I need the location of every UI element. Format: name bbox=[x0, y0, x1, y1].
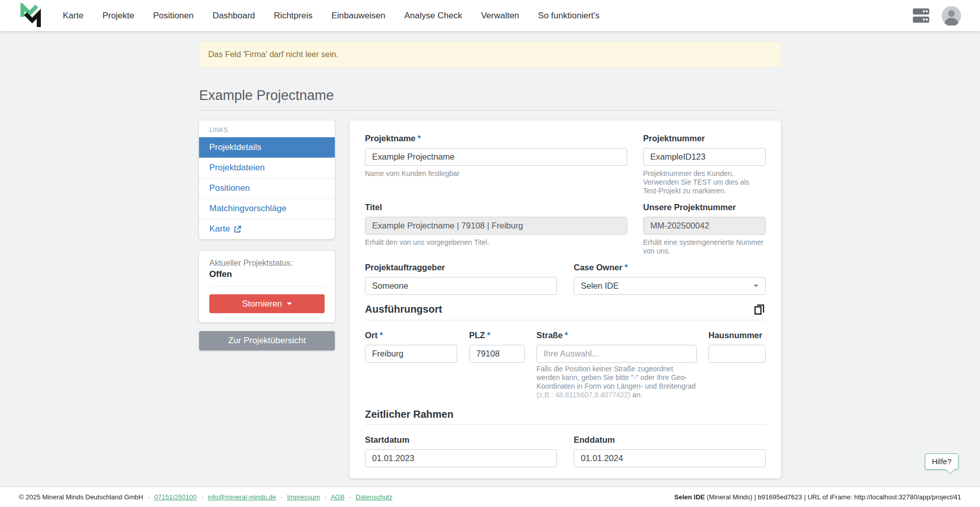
footer-link-agb[interactable]: AGB bbox=[331, 493, 345, 501]
titel-field: Titel Erhält den von uns vorgegebenen Ti… bbox=[365, 202, 627, 256]
projektauftraggeber-label: Projektauftraggeber bbox=[365, 263, 557, 272]
nav-item-verwalten[interactable]: Verwalten bbox=[481, 11, 519, 21]
plz-label: PLZ* bbox=[469, 331, 525, 340]
ausfuehrungsort-heading: Ausführungsort bbox=[365, 303, 442, 315]
nav-item-analyse-check[interactable]: Analyse Check bbox=[404, 11, 462, 21]
unsere-projektnummer-label: Unsere Projektnummer bbox=[643, 202, 766, 212]
nav-item-positionen[interactable]: Positionen bbox=[153, 11, 193, 21]
page-content: Das Feld 'Firma' darf nicht leer sein. E… bbox=[0, 31, 980, 487]
sidebar-item-positionen[interactable]: Positionen bbox=[199, 178, 335, 198]
projektnummer-input[interactable] bbox=[643, 148, 766, 166]
nav-item-projekte[interactable]: Projekte bbox=[103, 11, 134, 21]
navbar-right bbox=[913, 6, 961, 26]
zeitlicher-rahmen-divider bbox=[365, 424, 766, 425]
copy-address-button[interactable] bbox=[753, 303, 766, 316]
page-title: Example Projectname bbox=[199, 88, 781, 104]
titel-label: Titel bbox=[365, 202, 627, 212]
session-details: (Mineral Minds) | b91695ed7623 | URL of … bbox=[705, 493, 961, 501]
top-navbar: Karte Projekte Positionen Dashboard Rich… bbox=[0, 0, 980, 31]
nav-item-einbauweisen[interactable]: Einbauweisen bbox=[331, 11, 385, 21]
startdatum-input[interactable] bbox=[365, 449, 557, 467]
hausnummer-input[interactable] bbox=[708, 345, 766, 363]
required-asterisk: * bbox=[418, 134, 421, 143]
copyright-text: © 2025 Mineral Minds Deutschland GmbH bbox=[19, 493, 143, 501]
required-asterisk: * bbox=[487, 331, 490, 340]
nav-item-dashboard[interactable]: Dashboard bbox=[212, 11, 255, 21]
session-user: Selen IDE bbox=[674, 493, 705, 501]
sidebar-item-karte[interactable]: Karte bbox=[199, 219, 335, 239]
nav-item-richtpreis[interactable]: Richtpreis bbox=[274, 11, 313, 21]
sidebar-item-label: Projektdetails bbox=[209, 142, 261, 153]
startdatum-label: Startdatum bbox=[365, 435, 557, 445]
ort-input[interactable] bbox=[365, 345, 457, 363]
startdatum-field: Startdatum bbox=[365, 435, 557, 467]
case-owner-field: Case Owner* Selen IDE bbox=[574, 263, 766, 295]
sidebar-item-projektdetails[interactable]: Projektdetails bbox=[199, 137, 335, 158]
footer: © 2025 Mineral Minds Deutschland GmbH · … bbox=[0, 487, 980, 507]
sidebar-item-label: Positionen bbox=[209, 183, 250, 193]
ort-field: Ort* bbox=[365, 331, 457, 363]
billing-terminal-icon[interactable] bbox=[913, 8, 929, 23]
status-value: Offen bbox=[209, 269, 325, 280]
copy-icon bbox=[753, 303, 766, 316]
account-avatar-icon[interactable] bbox=[942, 6, 961, 26]
cancel-project-button[interactable]: Stornieren bbox=[209, 294, 325, 313]
enddatum-label: Enddatum bbox=[574, 435, 766, 445]
nav-item-so-funktionierts[interactable]: So funktioniert's bbox=[538, 11, 599, 21]
hausnummer-field: Hausnummer bbox=[708, 331, 766, 363]
footer-link-phone[interactable]: 07151/250100 bbox=[154, 493, 197, 501]
main-menu: Karte Projekte Positionen Dashboard Rich… bbox=[63, 11, 600, 21]
caret-down-icon bbox=[753, 285, 758, 287]
project-details-form: Projektname* Name vom Kunden festlegbar … bbox=[350, 120, 781, 478]
project-overview-button[interactable]: Zur Projektübersicht bbox=[199, 331, 335, 350]
caret-down-icon bbox=[287, 302, 292, 305]
footer-link-email[interactable]: info@mineral-minds.de bbox=[208, 493, 276, 501]
case-owner-selected-value: Selen IDE bbox=[581, 281, 619, 291]
footer-left: © 2025 Mineral Minds Deutschland GmbH · … bbox=[19, 493, 393, 501]
nav-item-karte[interactable]: Karte bbox=[63, 11, 84, 21]
projektauftraggeber-input[interactable] bbox=[365, 277, 557, 295]
strasse-helper: Falls die Position keiner Straße zugeord… bbox=[536, 365, 697, 399]
case-owner-label: Case Owner* bbox=[574, 263, 766, 272]
sidebar-item-label: Matchingvorschläge bbox=[209, 204, 286, 214]
zeitlicher-rahmen-section-header: Zeitlicher Rahmen bbox=[365, 409, 766, 420]
plz-field: PLZ* bbox=[469, 331, 525, 363]
strasse-input[interactable] bbox=[536, 345, 697, 363]
unsere-projektnummer-helper: Erhält eine systemgenerierte Nummer von … bbox=[643, 238, 766, 256]
mineral-minds-logo[interactable] bbox=[19, 3, 42, 29]
sidebar-item-label: Karte bbox=[209, 224, 230, 234]
required-asterisk: * bbox=[380, 331, 383, 340]
status-divider bbox=[209, 286, 325, 287]
status-label: Aktueller Projektstatus: bbox=[209, 259, 325, 268]
left-sidebar: LINKS Projektdetails Projektdateien Posi… bbox=[199, 120, 335, 350]
projektnummer-label: Projektnummer bbox=[643, 134, 766, 143]
sidebar-item-projektdateien[interactable]: Projektdateien bbox=[199, 158, 335, 178]
unsere-projektnummer-input bbox=[643, 217, 766, 235]
sidebar-item-label: Projektdateien bbox=[209, 163, 265, 173]
sidebar-item-matchingvorschlaege[interactable]: Matchingvorschläge bbox=[199, 198, 335, 219]
ort-label: Ort* bbox=[365, 331, 457, 340]
external-link-icon bbox=[234, 225, 241, 233]
enddatum-field: Enddatum bbox=[574, 435, 766, 467]
projektnummer-field: Projektnummer Projektnummer des Kunden. … bbox=[643, 134, 766, 195]
strasse-label: Straße* bbox=[536, 331, 697, 340]
footer-link-impressum[interactable]: Impressum bbox=[287, 493, 320, 501]
footer-link-datenschutz[interactable]: Datenschutz bbox=[356, 493, 393, 501]
title-divider bbox=[199, 110, 781, 111]
case-owner-select[interactable]: Selen IDE bbox=[574, 277, 766, 295]
projektname-label: Projektname* bbox=[365, 134, 627, 143]
enddatum-input[interactable] bbox=[574, 449, 766, 467]
help-button[interactable]: Hilfe? bbox=[925, 453, 959, 470]
logo-icon bbox=[19, 3, 42, 29]
links-card: LINKS Projektdetails Projektdateien Posi… bbox=[199, 120, 335, 239]
titel-input bbox=[365, 217, 627, 235]
unsere-projektnummer-field: Unsere Projektnummer Erhält eine systemg… bbox=[643, 202, 766, 256]
titel-helper: Erhält den von uns vorgegebenen Titel. bbox=[365, 238, 627, 247]
plz-input[interactable] bbox=[469, 345, 525, 363]
required-asterisk: * bbox=[624, 263, 627, 272]
projektnummer-helper: Projektnummer des Kunden. Verwenden Sie … bbox=[643, 169, 766, 195]
required-asterisk: * bbox=[565, 331, 568, 340]
projektname-input[interactable] bbox=[365, 148, 627, 166]
footer-session-info: Selen IDE (Mineral Minds) | b91695ed7623… bbox=[674, 493, 961, 501]
project-status-card: Aktueller Projektstatus: Offen Storniere… bbox=[199, 251, 335, 322]
